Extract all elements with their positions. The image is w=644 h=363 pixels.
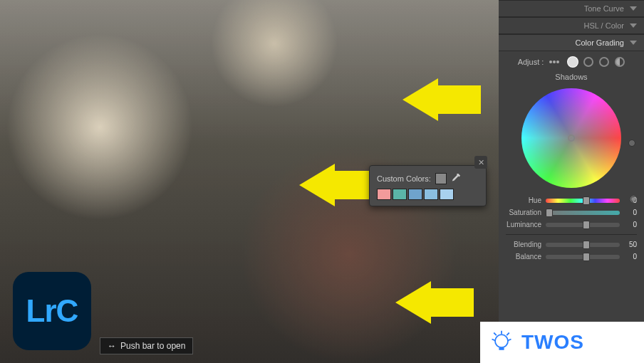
slider-thumb[interactable] xyxy=(583,221,590,229)
slider-thumb[interactable] xyxy=(583,253,590,261)
color-swatch[interactable] xyxy=(393,189,407,200)
hue-slider[interactable] xyxy=(546,199,620,203)
saturation-slider[interactable] xyxy=(546,211,620,215)
color-wheel[interactable] xyxy=(521,88,621,188)
blending-slider-row: Blending 50 xyxy=(506,241,637,248)
slider-label: Luminance xyxy=(506,221,541,228)
color-swatch[interactable] xyxy=(408,189,422,200)
custom-colors-label: Custom Colors: xyxy=(377,174,431,183)
panel-section-color-grading[interactable]: Color Grading xyxy=(499,34,644,51)
slider-thumb[interactable] xyxy=(583,196,590,205)
saturation-slider-row: Saturation 0 xyxy=(506,209,637,216)
blending-slider[interactable] xyxy=(546,243,620,247)
three-way-icon[interactable] xyxy=(549,58,562,66)
hue-slider-row: Hue 0 xyxy=(506,196,637,204)
eyedropper-icon[interactable] xyxy=(451,174,461,184)
slider-value[interactable]: 0 xyxy=(624,253,637,261)
color-wheel-container xyxy=(499,85,644,191)
luminance-dot[interactable] xyxy=(628,140,635,147)
slider-value[interactable]: 0 xyxy=(624,221,637,228)
shadows-heading: Shadows xyxy=(499,70,644,85)
slider-thumb[interactable] xyxy=(546,209,553,217)
color-swatch[interactable] xyxy=(424,189,438,200)
chevron-down-icon xyxy=(630,23,637,28)
eye-icon[interactable]: ◉ xyxy=(630,194,640,204)
divider xyxy=(506,234,637,235)
global-mode-button[interactable] xyxy=(615,57,625,67)
balance-slider[interactable] xyxy=(546,255,620,259)
adjust-mode-row: Adjust : xyxy=(499,51,644,70)
shadows-mode-button[interactable] xyxy=(568,57,578,67)
section-label: Color Grading xyxy=(576,38,624,47)
slider-value[interactable]: 50 xyxy=(624,241,637,248)
svg-point-0 xyxy=(495,335,508,347)
lrc-label: LrC xyxy=(26,293,78,329)
color-swatch[interactable] xyxy=(377,189,391,200)
slider-label: Balance xyxy=(506,253,541,261)
color-swatch[interactable] xyxy=(440,189,454,200)
adjust-label: Adjust : xyxy=(518,58,544,66)
custom-colors-popup: ✕ Custom Colors: xyxy=(369,165,487,206)
popup-close-button[interactable]: ✕ xyxy=(474,156,487,169)
panel-section-hsl-color[interactable]: HSL / Color xyxy=(499,17,644,34)
push-bar-text: Push bar to open xyxy=(120,341,185,351)
lightbulb-icon xyxy=(489,330,514,355)
chevron-down-icon xyxy=(630,6,637,11)
slider-value[interactable]: 0 xyxy=(624,209,637,216)
neutral-swatch[interactable] xyxy=(435,173,447,184)
twos-watermark: TWOS xyxy=(480,322,644,363)
section-label: HSL / Color xyxy=(584,21,624,30)
push-bar-icon: ↔ xyxy=(108,341,116,351)
close-icon: ✕ xyxy=(478,158,484,167)
luminance-slider[interactable] xyxy=(546,223,620,227)
section-label: Tone Curve xyxy=(584,4,624,13)
develop-panel: Tone Curve HSL / Color Color Grading Adj… xyxy=(499,0,644,363)
slider-thumb[interactable] xyxy=(583,241,590,249)
slider-label: Hue xyxy=(506,196,541,204)
slider-label: Blending xyxy=(506,241,541,248)
luminance-slider-row: Luminance 0 xyxy=(506,221,637,228)
push-bar-hint: ↔ Push bar to open xyxy=(100,337,193,354)
lightroom-classic-badge: LrC xyxy=(13,272,91,350)
chevron-down-icon xyxy=(630,41,637,45)
twos-text: TWOS xyxy=(521,331,584,354)
custom-color-swatches xyxy=(377,189,479,200)
panel-section-tone-curve[interactable]: Tone Curve xyxy=(499,0,644,17)
midtones-mode-button[interactable] xyxy=(583,57,593,67)
color-wheel-center[interactable] xyxy=(568,135,575,142)
highlights-mode-button[interactable] xyxy=(599,57,609,67)
slider-label: Saturation xyxy=(506,209,541,216)
balance-slider-row: Balance 0 xyxy=(506,253,637,261)
